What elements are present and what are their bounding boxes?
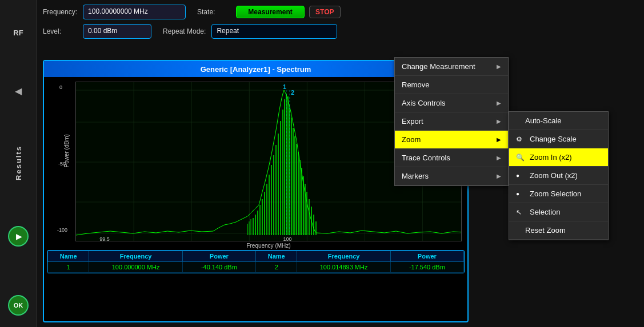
arrow-icon-trace-controls: ▶ [497,155,501,161]
frequency-label: Frequency: [43,8,77,16]
submenu-label-zoom-selection: Zoom Selection [530,189,581,198]
level-input[interactable]: 0.00 dBm [83,24,151,39]
repeat-mode-input[interactable]: Repeat [211,24,337,39]
sidebar-arrow[interactable]: ◀ [12,83,25,99]
circle-icon-zoom-selection: ● [516,191,525,197]
submenu-zoom-out[interactable]: ● Zoom Out (x2) [509,167,608,185]
gear-icon: ⚙ [516,135,525,143]
menu-item-axis-controls[interactable]: Axis Controls ▶ [395,94,508,112]
submenu-label-reset-zoom: Reset Zoom [525,226,566,235]
col-header-freq2: Frequency [297,251,390,262]
data-table: Name Frequency Power Name Frequency Powe… [47,251,464,273]
menu-label-axis-controls: Axis Controls [402,99,446,107]
col-header-power2: Power [390,251,463,262]
submenu-label-auto-scale: Auto-Scale [525,116,562,125]
stop-button[interactable]: STOP [309,6,340,18]
col-header-name1: Name [48,251,89,262]
submenu-auto-scale[interactable]: Auto-Scale [509,112,608,130]
state-label: State: [197,8,231,16]
menu-label-trace-controls: Trace Controls [402,154,450,162]
ok-button[interactable]: OK [8,295,29,316]
cell-name1: 1 [48,262,89,273]
rf-label: RF [13,29,23,37]
menu-item-remove[interactable]: Remove [395,76,508,94]
measurement-button[interactable]: Measurement [236,6,305,18]
arrow-icon-change-measurement: ▶ [497,63,501,70]
col-header-name2: Name [255,251,297,262]
submenu-label-zoom-in: Zoom In (x2) [530,153,572,162]
submenu-label-change-scale: Change Scale [530,135,577,143]
zoom-sub-menu: Auto-Scale ⚙ Change Scale 🔍 Zoom In (x2)… [509,111,609,240]
submenu-zoom-selection[interactable]: ● Zoom Selection [509,185,608,203]
zoom-in-icon: 🔍 [516,154,525,162]
col-header-power1: Power [182,251,255,262]
cell-power2: -17.540 dBm [390,262,463,273]
x-axis-label: Frequency (MHz) [75,243,462,249]
cell-power1: -40.140 dBm [182,262,255,273]
y-tick-50: -50 [58,161,66,167]
submenu-label-selection: Selection [530,208,560,216]
menu-item-change-measurement[interactable]: Change Measurement ▶ [395,58,508,76]
repeat-mode-label: Repeat Mode: [163,27,206,35]
menu-item-export[interactable]: Export ▶ [395,112,508,131]
y-tick-100: -100 [57,227,67,233]
menu-label-export: Export [402,117,423,126]
arrow-icon-export: ▶ [497,118,501,124]
svg-text:2: 2 [291,89,294,96]
col-header-freq1: Frequency [89,251,182,262]
menu-label-markers: Markers [402,172,429,180]
circle-icon-zoom-out: ● [516,172,525,179]
menu-label-zoom: Zoom [402,135,421,144]
left-sidebar: RF ◀ Results OK [0,0,37,327]
y-tick-0: 0 [59,84,62,90]
table-row: 1 100.000000 MHz -40.140 dBm 2 100.01489… [48,262,464,273]
play-button[interactable] [8,226,29,247]
menu-item-markers[interactable]: Markers ▶ [395,167,508,185]
arrow-icon-axis-controls: ▶ [497,100,501,106]
submenu-reset-zoom[interactable]: Reset Zoom [509,221,608,240]
top-controls: Frequency: 100.00000000 MHz State: Measu… [37,0,644,57]
menu-item-zoom[interactable]: Zoom ▶ [395,131,508,149]
context-menu: Change Measurement ▶ Remove Axis Control… [394,57,509,186]
cell-freq2: 100.014893 MHz [297,262,390,273]
svg-text:1: 1 [283,83,286,90]
svg-text:99.5: 99.5 [99,236,110,241]
cell-name2: 2 [255,262,297,273]
results-label: Results [14,146,23,180]
arrow-icon-markers: ▶ [497,173,501,179]
arrow-icon-zoom: ▶ [497,136,501,143]
cursor-icon: ↖ [516,208,525,216]
level-label: Level: [43,27,77,35]
svg-text:100: 100 [283,236,291,241]
frequency-input[interactable]: 100.00000000 MHz [83,5,186,19]
submenu-zoom-in[interactable]: 🔍 Zoom In (x2) [509,148,608,167]
submenu-change-scale[interactable]: ⚙ Change Scale [509,130,608,148]
menu-label-remove: Remove [402,80,429,89]
submenu-selection[interactable]: ↖ Selection [509,203,608,221]
submenu-label-zoom-out: Zoom Out (x2) [530,171,578,180]
menu-item-trace-controls[interactable]: Trace Controls ▶ [395,149,508,167]
menu-label-change-measurement: Change Measurement [402,62,475,71]
data-table-wrapper: Name Frequency Power Name Frequency Powe… [47,250,465,273]
cell-freq1: 100.000000 MHz [89,262,182,273]
